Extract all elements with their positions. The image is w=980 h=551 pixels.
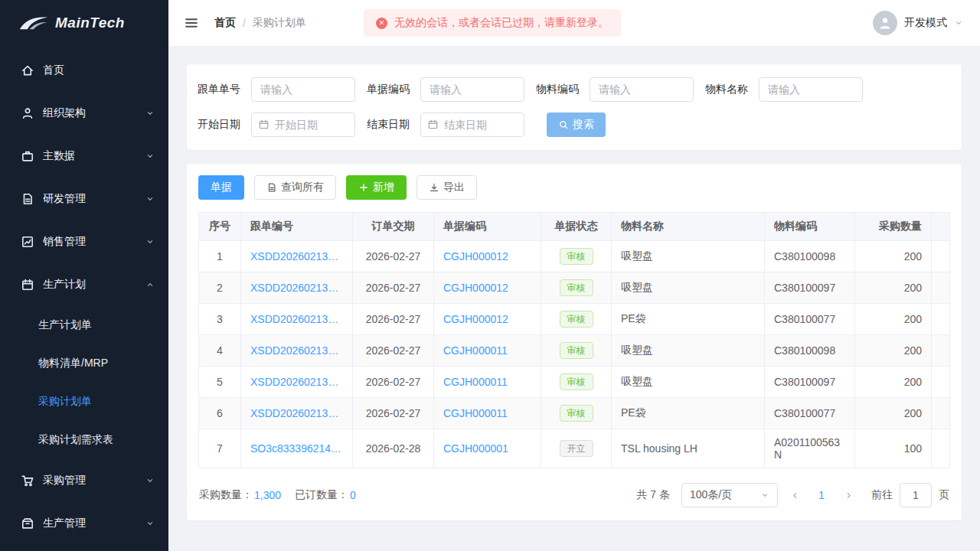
ordered-qty-value: 0 (350, 489, 356, 501)
sidebar-item-home[interactable]: 首页 (0, 49, 168, 92)
page-content: 跟单单号 单据编码 物料编码 物料名称 (168, 46, 980, 551)
breadcrumb-separator: / (243, 17, 246, 29)
doc-no-link[interactable]: CGJH000012 (434, 272, 541, 304)
doc-no-link[interactable]: CGJH000011 (434, 367, 541, 398)
document-icon (266, 182, 277, 193)
page-size-select[interactable]: 100条/页 (681, 483, 778, 507)
cell-qty: 200 (855, 335, 932, 367)
material-name-input[interactable] (759, 77, 863, 102)
order-no-link[interactable]: XSDD2026021306·· (241, 272, 353, 304)
sidebar-item-label: 主数据 (43, 149, 145, 163)
cell-seq: 1 (199, 241, 241, 272)
col-header-status: 单据状态 (541, 213, 612, 241)
chart-icon (21, 235, 34, 249)
search-button[interactable]: 搜索 (547, 112, 606, 137)
data-table: 序号 跟单编号 订单交期 单据编码 单据状态 物料名称 物料编码 采购数量 (198, 212, 950, 468)
breadcrumb-current: 采购计划单 (253, 16, 306, 30)
logo: MainTech (0, 0, 168, 46)
sidebar-subitem-label: 生产计划单 (38, 318, 92, 332)
doc-no-link[interactable]: CGJH000011 (434, 335, 541, 367)
cell-material-code: C380100097 (765, 272, 855, 304)
page-size-value: 100条/页 (690, 488, 732, 502)
order-no-link[interactable]: XSDD2026021306·· (241, 398, 353, 429)
sidebar-item-master-data[interactable]: 主数据 (0, 135, 168, 178)
cell-extra (932, 272, 950, 304)
app-root: MainTech 首页 组织架构 主数据 研发管理 (0, 0, 980, 551)
cell-material-code: C380100077 (765, 304, 855, 335)
cell-seq: 3 (199, 304, 241, 335)
material-code-input[interactable] (590, 77, 694, 102)
sidebar-subitem-purchase-plan-order[interactable]: 采购计划单 (0, 383, 168, 421)
user-mode-label: 开发模式 (904, 16, 947, 30)
chevron-down-icon (145, 476, 155, 485)
doc-no-link[interactable]: CGJH000012 (434, 241, 541, 272)
add-button[interactable]: 新增 (346, 175, 407, 200)
order-no-link[interactable]: XSDD2026021306·· (241, 304, 353, 335)
table-row: 5 XSDD2026021306·· 2026-02-27 CGJH000011… (199, 367, 950, 398)
user-menu[interactable]: 开发模式 (873, 11, 963, 35)
document-button[interactable]: 单据 (198, 175, 244, 200)
sidebar-item-rd-management[interactable]: 研发管理 (0, 178, 168, 220)
doc-no-link[interactable]: CGJH000001 (434, 429, 541, 468)
follow-order-no-input[interactable] (251, 77, 355, 102)
sidebar-subitem-purchase-plan-demand[interactable]: 采购计划需求表 (0, 421, 168, 459)
goto-page-input[interactable] (900, 483, 932, 507)
end-date-picker (420, 112, 524, 137)
doc-no-link[interactable]: CGJH000012 (434, 304, 541, 335)
prev-page-button[interactable] (785, 483, 805, 507)
order-no-link[interactable]: XSDD2026021306·· (241, 367, 353, 398)
next-page-button[interactable] (838, 483, 858, 507)
col-header-doc-no: 单据编码 (434, 213, 541, 241)
sidebar-item-production-plan[interactable]: 生产计划 (0, 263, 168, 306)
status-badge: 审核 (560, 405, 593, 422)
cell-seq: 4 (199, 335, 241, 367)
cell-extra (932, 335, 950, 367)
sidebar-item-label: 销售管理 (43, 235, 145, 249)
col-header-seq: 序号 (199, 213, 241, 241)
total-count: 共 7 条 (636, 488, 670, 502)
doc-no-link[interactable]: CGJH000011 (434, 398, 541, 429)
menu-fold-icon[interactable] (184, 15, 199, 31)
order-no-link[interactable]: SO3c833396214e40 (241, 429, 353, 468)
filter-label: 单据编码 (367, 83, 410, 96)
doc-code-input[interactable] (420, 77, 524, 102)
cell-material-name: 吸塑盘 (612, 335, 765, 367)
sidebar-subitem-bom-mrp[interactable]: 物料清单/MRP (0, 344, 168, 383)
col-header-extra (932, 213, 950, 241)
avatar (873, 11, 897, 35)
cell-qty: 200 (855, 367, 932, 398)
query-all-button[interactable]: 查询所有 (254, 175, 336, 200)
filter-follow-order-no: 跟单单号 (198, 77, 355, 102)
sidebar-item-purchase-management[interactable]: 采购管理 (0, 459, 168, 502)
goto-unit: 页 (939, 488, 949, 502)
order-no-link[interactable]: XSDD2026021306·· (241, 241, 353, 272)
filter-end-date: 结束日期 (367, 112, 524, 137)
box-icon (21, 517, 34, 530)
status-badge: 审核 (560, 248, 593, 265)
table-row: 2 XSDD2026021306·· 2026-02-27 CGJH000012… (199, 272, 950, 304)
chevron-down-icon (145, 237, 155, 246)
filter-label: 物料编码 (536, 83, 579, 96)
col-header-material-name: 物料名称 (612, 213, 765, 241)
cell-seq: 5 (199, 367, 241, 398)
export-button[interactable]: 导出 (416, 175, 477, 200)
calendar-icon (258, 119, 270, 130)
sidebar-subitem-label: 物料清单/MRP (38, 357, 108, 370)
cell-material-name: 吸塑盘 (612, 367, 765, 398)
order-no-link[interactable]: XSDD2026021306·· (241, 335, 353, 367)
breadcrumb-home[interactable]: 首页 (214, 16, 236, 30)
cell-material-name: PE袋 (612, 398, 765, 429)
page-number[interactable]: 1 (812, 489, 831, 501)
chevron-down-icon (145, 194, 155, 204)
user-icon (21, 106, 34, 120)
filter-label: 跟单单号 (198, 83, 240, 96)
table-footer: 采购数量： 1,300 已订数量： 0 共 7 条 100条/页 1 (187, 468, 962, 520)
status-badge: 审核 (560, 311, 593, 328)
sidebar-item-production-management[interactable]: 生产管理 (0, 502, 168, 545)
sidebar-item-sales-management[interactable]: 销售管理 (0, 220, 168, 263)
sidebar-subitem-label: 采购计划单 (38, 395, 92, 409)
cell-due-date: 2026-02-28 (353, 429, 434, 468)
sidebar-item-label: 生产计划 (43, 278, 145, 292)
sidebar-item-organization[interactable]: 组织架构 (0, 92, 168, 135)
sidebar-subitem-production-plan-order[interactable]: 生产计划单 (0, 306, 168, 344)
